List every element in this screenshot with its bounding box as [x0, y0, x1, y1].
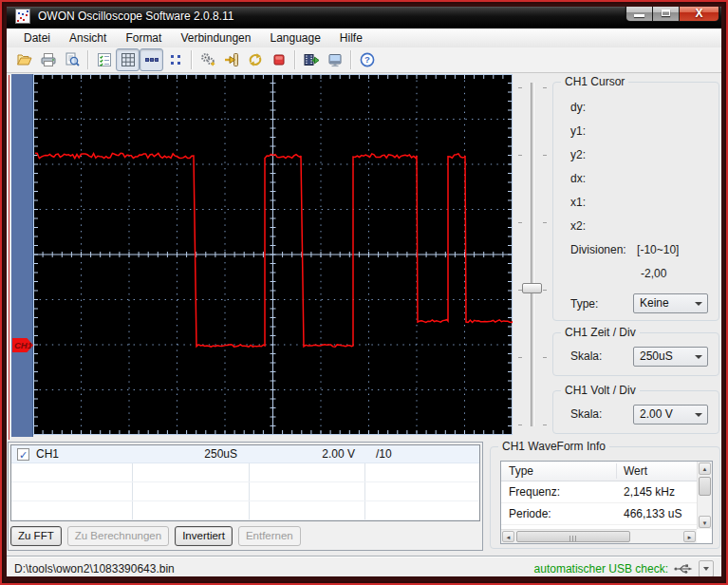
ch1-volt-div-group: CH1 Volt / Div Skala: 2.00 V: [552, 390, 719, 434]
fft-button[interactable]: Zu FFT: [10, 526, 62, 546]
import-data-button[interactable]: [219, 48, 243, 71]
status-bar: D:\tools\owon2\1083390643.bin automatisc…: [7, 556, 723, 580]
ch1-marker[interactable]: CH1: [12, 338, 33, 352]
title-bar[interactable]: OWON Oscilloscope Software 2.0.8.11 X: [7, 4, 723, 28]
channel-ruler: CH1: [11, 74, 33, 437]
scroll-down-button[interactable]: ▼: [699, 516, 711, 528]
chevron-down-icon: [695, 413, 702, 417]
empty-row: [11, 502, 479, 520]
film-export-icon: [303, 51, 320, 68]
help-icon: ?: [359, 51, 376, 68]
menu-item-language[interactable]: Language: [260, 29, 329, 47]
slider-thumb[interactable]: [522, 283, 542, 293]
waveform-info-group: CH1 WaveForm Info Type Wert Frequenz: 2,…: [490, 446, 720, 549]
cursor-field-y1: y1:: [553, 120, 719, 143]
volt-scale-select[interactable]: 2.00 V: [633, 405, 708, 425]
print-preview-button[interactable]: [60, 48, 84, 71]
toolbar-separator: [191, 50, 192, 69]
waveform-info-header: Type Wert: [501, 462, 697, 481]
toolbar-separator: [294, 50, 295, 69]
cursor-field-dy: dy:: [553, 96, 719, 120]
screen-capture-button[interactable]: [323, 48, 346, 71]
printer-icon: [40, 51, 57, 68]
print-button[interactable]: [36, 48, 60, 71]
scroll-left-button[interactable]: ◄: [502, 531, 514, 542]
scope-plot[interactable]: [33, 74, 513, 435]
toolbar: ?: [7, 47, 723, 73]
grid-toggle-button[interactable]: [116, 48, 140, 71]
channel-name: CH1: [36, 445, 59, 463]
usb-check-label: automatischer USB check:: [534, 562, 668, 576]
thumb-grip: [569, 536, 578, 541]
empty-row: [11, 464, 479, 482]
minimize-icon: [634, 14, 644, 17]
menu-bar: Datei Ansicht Format Verbindungen Langua…: [7, 28, 723, 47]
divisions-range: [-10~10]: [637, 243, 679, 256]
toolbar-separator: [87, 50, 88, 69]
close-button[interactable]: X: [680, 4, 719, 22]
points-button[interactable]: [163, 48, 187, 71]
channel-checkbox[interactable]: ✓: [17, 448, 29, 461]
scroll-thumb[interactable]: [516, 531, 630, 542]
header-separator: [616, 463, 617, 479]
channel-row-ch1[interactable]: ✓ CH1 250uS 2.00 V /10: [11, 445, 479, 463]
volt-div-title: CH1 Volt / Div: [561, 384, 640, 397]
invert-button[interactable]: Invertiert: [175, 526, 233, 546]
channel-table: ✓ CH1 250uS 2.00 V /10: [10, 444, 480, 521]
menu-item-format[interactable]: Format: [116, 29, 171, 47]
open-file-button[interactable]: [12, 48, 36, 71]
stop-icon: [271, 51, 288, 68]
calculations-button[interactable]: Zu Berechnungen: [67, 526, 169, 546]
usb-icon: [674, 563, 693, 575]
settings-button[interactable]: [196, 48, 219, 71]
export-video-button[interactable]: [299, 48, 323, 71]
scroll-right-button[interactable]: ►: [683, 531, 696, 542]
channel-actions: Zu FFT Zu Berechnungen Invertiert Entfer…: [10, 526, 301, 546]
app-icon: [15, 9, 30, 24]
svg-text:?: ?: [364, 54, 370, 65]
window-title: OWON Oscilloscope Software 2.0.8.11: [38, 9, 234, 23]
import-icon: [223, 51, 240, 68]
divisions-label: Divisionen:: [570, 243, 626, 256]
menu-item-datei[interactable]: Datei: [14, 29, 60, 47]
menu-item-hilfe[interactable]: Hilfe: [330, 29, 372, 47]
refresh-button[interactable]: [243, 48, 267, 71]
channel-list-button[interactable]: [92, 48, 116, 71]
print-preview-icon: [64, 51, 81, 68]
chevron-down-icon: [695, 355, 702, 359]
maximize-button[interactable]: [653, 4, 680, 22]
time-scale-value: 250uS: [640, 349, 673, 363]
menu-item-verbindungen[interactable]: Verbindungen: [171, 29, 260, 47]
close-icon: X: [695, 7, 702, 20]
info-row-frequenz: Frequenz: 2,145 kHz: [501, 481, 697, 503]
time-scale-select[interactable]: 250uS: [633, 347, 708, 367]
scroll-up-button[interactable]: ▲: [699, 462, 711, 475]
slider-track[interactable]: [531, 83, 533, 426]
stop-button[interactable]: [267, 48, 290, 71]
scroll-thumb[interactable]: [699, 477, 711, 496]
menu-item-ansicht[interactable]: Ansicht: [60, 29, 116, 47]
divisions-value: -2,00: [553, 262, 719, 286]
minimize-button[interactable]: [626, 4, 653, 22]
ch1-time-div-group: CH1 Zeit / Div Skala: 250uS: [552, 332, 719, 376]
dots-line-icon: [143, 51, 160, 68]
time-div-title: CH1 Zeit / Div: [561, 326, 640, 339]
cursor-field-dx: dx:: [553, 167, 719, 191]
usb-check-dropdown[interactable]: [699, 560, 714, 577]
channel-probe: /10: [376, 445, 392, 463]
chevron-down-icon: [695, 302, 702, 306]
remove-button[interactable]: Entfernen: [238, 526, 301, 546]
horizontal-scrollbar: ◄ ►: [501, 529, 697, 543]
usb-status: automatischer USB check:: [534, 560, 714, 577]
chevron-down-icon: [703, 567, 709, 571]
cursor-field-y2: y2:: [553, 143, 719, 167]
column-header-wert: Wert: [616, 462, 647, 481]
cursor-type-select[interactable]: Keine: [633, 293, 708, 313]
file-path: D:\tools\owon2\1083390643.bin: [14, 562, 175, 576]
dots-line-toggle-button[interactable]: [140, 48, 163, 71]
channel-panel: ✓ CH1 250uS 2.00 V /10 Zu FFT Zu Berechn…: [8, 442, 483, 551]
column-header-type: Type: [501, 462, 533, 481]
volt-scale-label: Skala:: [570, 407, 602, 421]
ch1-cursor-group: CH1 Cursor dy: y1: y2: dx: x1: x2: Divis…: [552, 82, 719, 321]
help-button[interactable]: ?: [355, 48, 379, 71]
